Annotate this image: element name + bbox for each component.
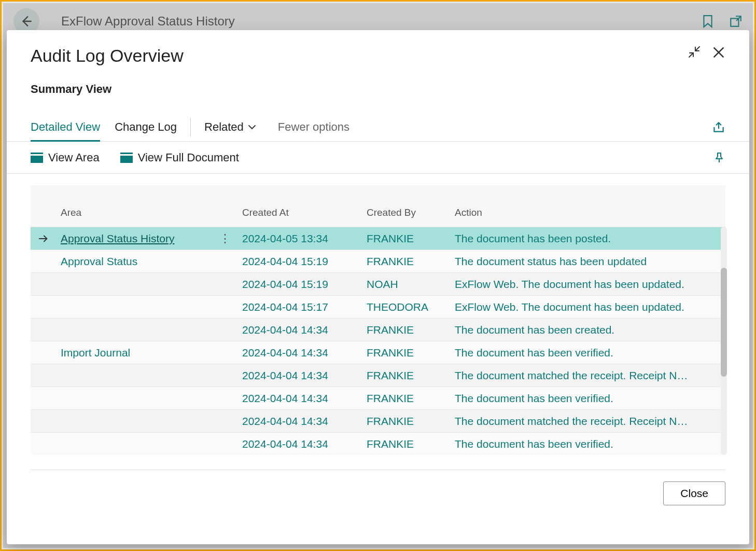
table-row[interactable]: Approval Status2024-04-04 15:19FRANKIETh… bbox=[31, 250, 725, 272]
cell-created-by: FRANKIE bbox=[362, 415, 451, 428]
cell-created-at: 2024-04-04 15:17 bbox=[238, 301, 362, 313]
grid-icon bbox=[120, 153, 133, 163]
table-row[interactable]: 2024-04-04 15:19NOAHExFlow Web. The docu… bbox=[31, 272, 725, 295]
close-icon[interactable] bbox=[712, 46, 725, 59]
table-row[interactable]: Approval Status History⋮2024-04-05 13:34… bbox=[31, 227, 725, 250]
modal-title: Audit Log Overview bbox=[31, 46, 688, 66]
cell-area[interactable]: Approval Status bbox=[57, 255, 212, 268]
audit-table: Area Created At Created By Action Approv… bbox=[31, 185, 725, 455]
cell-created-at: 2024-04-05 13:34 bbox=[238, 232, 362, 245]
svg-line-4 bbox=[689, 53, 693, 57]
table-row[interactable]: 2024-04-04 14:34FRANKIEThe document has … bbox=[31, 318, 725, 341]
row-select-arrow-icon[interactable] bbox=[31, 233, 57, 244]
pin-icon[interactable] bbox=[713, 151, 725, 164]
cell-created-by: FRANKIE bbox=[362, 324, 451, 336]
close-button[interactable]: Close bbox=[663, 481, 725, 505]
cell-created-by: FRANKIE bbox=[362, 232, 451, 245]
tab-detailed-view[interactable]: Detailed View bbox=[31, 120, 100, 142]
table-row[interactable]: Import Journal2024-04-04 14:34FRANKIEThe… bbox=[31, 341, 725, 364]
toolbar: Detailed View Change Log Related Fewer o… bbox=[7, 113, 749, 142]
cell-created-at: 2024-04-04 14:34 bbox=[238, 415, 362, 428]
cell-action: ExFlow Web. The document has been update… bbox=[451, 301, 725, 313]
col-header-action[interactable]: Action bbox=[451, 207, 725, 218]
view-full-document-label: View Full Document bbox=[138, 151, 239, 164]
cell-action: The document status has been updated bbox=[451, 255, 725, 268]
cell-created-at: 2024-04-04 14:34 bbox=[238, 324, 362, 336]
cell-created-at: 2024-04-04 14:34 bbox=[238, 392, 362, 405]
cell-created-by: FRANKIE bbox=[362, 255, 451, 268]
view-area-button[interactable]: View Area bbox=[31, 151, 100, 164]
audit-log-modal: Audit Log Overview Summary View Detailed… bbox=[7, 30, 749, 544]
cell-action: The document has been posted. bbox=[451, 232, 725, 245]
cell-created-at: 2024-04-04 15:19 bbox=[238, 255, 362, 268]
col-header-created-at[interactable]: Created At bbox=[238, 207, 362, 218]
fewer-options[interactable]: Fewer options bbox=[278, 120, 349, 134]
chevron-down-icon bbox=[248, 124, 256, 130]
cell-created-at: 2024-04-04 15:19 bbox=[238, 278, 362, 291]
cell-created-by: FRANKIE bbox=[362, 392, 451, 405]
svg-line-3 bbox=[695, 47, 699, 51]
share-icon[interactable] bbox=[712, 120, 725, 134]
col-header-created-by[interactable]: Created By bbox=[362, 207, 451, 218]
table-row[interactable]: 2024-04-04 14:34FRANKIEThe document has … bbox=[31, 387, 725, 409]
cell-action: The document has been verified. bbox=[451, 438, 725, 450]
view-area-label: View Area bbox=[48, 151, 100, 164]
cell-created-at: 2024-04-04 14:34 bbox=[238, 438, 362, 450]
row-more-icon[interactable]: ⋮ bbox=[212, 232, 238, 245]
table-row[interactable]: 2024-04-04 15:17THEODORAExFlow Web. The … bbox=[31, 295, 725, 318]
cell-created-by: FRANKIE bbox=[362, 438, 451, 450]
scrollbar-thumb[interactable] bbox=[721, 268, 727, 377]
cell-action: ExFlow Web. The document has been update… bbox=[451, 278, 725, 291]
cell-action: The document has been verified. bbox=[451, 347, 725, 359]
table-row[interactable]: 2024-04-04 14:34FRANKIEThe document has … bbox=[31, 432, 725, 455]
grid-icon bbox=[31, 153, 43, 163]
cell-action: The document has been verified. bbox=[451, 392, 725, 405]
separator bbox=[190, 118, 191, 136]
cell-action: The document has been created. bbox=[451, 324, 725, 336]
subtoolbar: View Area View Full Document bbox=[7, 142, 749, 174]
table-row[interactable]: 2024-04-04 14:34FRANKIEThe document matc… bbox=[31, 409, 725, 432]
cell-area[interactable]: Approval Status History bbox=[57, 232, 212, 245]
col-header-area[interactable]: Area bbox=[57, 207, 212, 218]
tab-change-log[interactable]: Change Log bbox=[115, 120, 177, 134]
cell-created-at: 2024-04-04 14:34 bbox=[238, 369, 362, 382]
cell-created-by: NOAH bbox=[362, 278, 451, 291]
table-body: Approval Status History⋮2024-04-05 13:34… bbox=[31, 227, 725, 455]
table-header: Area Created At Created By Action bbox=[31, 185, 725, 227]
collapse-icon[interactable] bbox=[688, 46, 701, 59]
cell-action: The document matched the receipt. Receip… bbox=[451, 415, 725, 428]
cell-action: The document matched the receipt. Receip… bbox=[451, 369, 725, 382]
view-full-document-button[interactable]: View Full Document bbox=[120, 151, 239, 164]
cell-created-at: 2024-04-04 14:34 bbox=[238, 347, 362, 359]
cell-created-by: THEODORA bbox=[362, 301, 451, 313]
cell-created-by: FRANKIE bbox=[362, 369, 451, 382]
menu-related-label: Related bbox=[204, 120, 244, 134]
cell-created-by: FRANKIE bbox=[362, 347, 451, 359]
modal-subtitle: Summary View bbox=[7, 71, 749, 113]
menu-related[interactable]: Related bbox=[204, 120, 256, 134]
cell-area[interactable]: Import Journal bbox=[57, 347, 212, 359]
table-row[interactable]: 2024-04-04 14:34FRANKIEThe document matc… bbox=[31, 364, 725, 387]
